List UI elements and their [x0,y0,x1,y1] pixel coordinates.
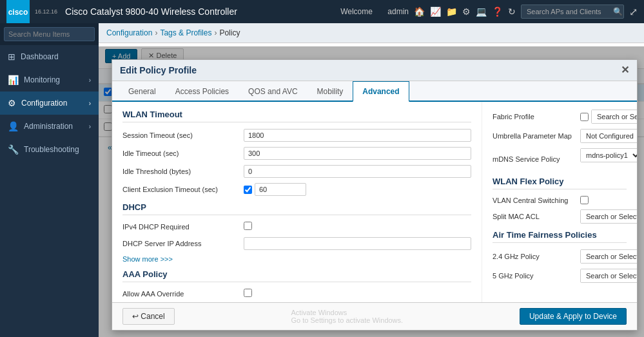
configuration-icon: ⚙ [8,98,16,108]
edit-policy-modal: Edit Policy Profile ✕ General Access Pol… [112,59,638,331]
tab-mobility[interactable]: Mobility [307,81,353,102]
fabric-profile-label: Fabric Profile [493,113,576,120]
aaa-policy-section-title: AAA Policy [122,269,471,282]
idle-threshold-input[interactable] [244,165,471,178]
dhcp-server-input-wrap[interactable] [244,237,471,250]
modal-left-panel: WLAN Timeout Session Timeout (sec) Idle … [112,102,482,302]
chevron-right-icon: › [89,77,91,84]
chevron-right-icon: › [89,100,91,107]
fabric-profile-select[interactable]: Search or Select [592,110,637,123]
mdns-clear-button[interactable]: Clear [580,162,637,170]
sidebar-search-input[interactable] [4,27,95,41]
breadcrumb-part-0[interactable]: Configuration [106,28,152,37]
dhcp-server-field: DHCP Server IP Address [122,237,471,250]
tab-qos-avc[interactable]: QOS and AVC [239,81,307,102]
modal-overlay: Edit Policy Profile ✕ General Access Pol… [99,46,644,337]
product-title: Cisco Catalyst 9800-40 Wireless Controll… [65,6,237,17]
sidebar-item-troubleshooting[interactable]: 🔧 Troubleshooting [0,138,99,161]
mdns-select[interactable]: mdns-policy1 [581,149,637,162]
sidebar-item-monitoring[interactable]: 📊 Monitoring › [0,68,99,91]
allow-aaa-field: Allow AAA Override [122,289,471,299]
global-search[interactable]: 🔍 [521,5,624,19]
modal-close-button[interactable]: ✕ [621,65,629,75]
tab-advanced[interactable]: Advanced [353,81,409,102]
monitoring-icon: 📊 [8,75,19,85]
dhcp-server-label: DHCP Server IP Address [122,240,239,247]
client-exclusion-checkbox[interactable] [244,186,252,194]
client-exclusion-wrap [244,183,471,196]
modal-header: Edit Policy Profile ✕ [112,60,637,81]
allow-aaa-wrap[interactable] [244,289,471,299]
help-icon[interactable]: ❓ [492,6,503,17]
ipv4-dhcp-label: IPv4 DHCP Required [122,223,239,231]
admin-name: admin [387,7,409,16]
vlan-central-checkbox[interactable] [580,196,589,204]
ghz24-row: 2.4 GHz Policy Search or Select ▼ [493,249,627,264]
ghz24-label: 2.4 GHz Policy [493,253,576,260]
ghz24-select-wrap[interactable]: Search or Select ▼ [580,249,637,264]
ghz5-select-wrap[interactable]: Search or Select ▼ [580,269,637,283]
settings-icon[interactable]: ⚙ [462,6,471,17]
split-mac-select-wrap[interactable]: Search or Select ▼ [580,209,637,224]
allow-aaa-label: Allow AAA Override [122,290,239,298]
home-icon[interactable]: 🏠 [414,6,425,17]
umbrella-select-wrap[interactable]: Not Configured ▼ [580,129,637,143]
sidebar-item-configuration[interactable]: ⚙ Configuration › [0,91,99,115]
sidebar-item-dashboard[interactable]: ⊞ Dashboard [0,45,99,68]
global-search-input[interactable] [527,8,610,15]
ghz24-select[interactable]: Search or Select [581,250,637,263]
mdns-label: mDNS Service Policy [493,155,576,163]
refresh-icon[interactable]: ↻ [508,6,516,17]
split-mac-select[interactable]: Search or Select [581,210,637,223]
idle-threshold-label: Idle Threshold (bytes) [122,168,239,175]
session-timeout-input[interactable] [244,129,471,142]
chart-icon[interactable]: 📈 [430,6,441,17]
client-exclusion-label: Client Exclusion Timeout (sec) [122,186,239,193]
idle-timeout-input-wrap[interactable] [244,147,471,160]
ipv4-dhcp-field: IPv4 DHCP Required [122,222,471,232]
wlan-flex-section-title: WLAN Flex Policy [493,177,627,189]
fabric-profile-checkbox[interactable] [580,113,589,121]
update-apply-button[interactable]: Update & Apply to Device [520,308,627,325]
umbrella-label: Umbrella Parameter Map [493,132,576,140]
breadcrumb-sep-1: › [214,28,217,37]
client-exclusion-field: Client Exclusion Timeout (sec) [122,183,471,196]
sidebar-search-wrap[interactable] [0,23,99,45]
mdns-wrap: mdns-policy1 ▼ Clear [580,148,637,170]
ghz5-label: 5 GHz Policy [493,272,576,280]
fabric-profile-select-wrap[interactable]: Search or Select ▼ [591,110,637,124]
session-timeout-field: Session Timeout (sec) [122,129,471,142]
sidebar-item-administration[interactable]: 👤 Administration › [0,115,99,138]
client-exclusion-input[interactable] [255,183,306,196]
tab-general[interactable]: General [119,81,166,102]
split-mac-label: Split MAC ACL [493,213,576,220]
ghz5-select[interactable]: Search or Select [581,269,637,282]
cisco-logo-icon: cisco [6,0,30,23]
idle-threshold-input-wrap[interactable] [244,165,471,178]
ipv4-dhcp-wrap[interactable] [244,222,471,232]
umbrella-row: Umbrella Parameter Map Not Configured ▼ [493,129,627,143]
breadcrumb: Configuration › Tags & Profiles › Policy [99,23,644,43]
expand-icon[interactable]: ⤢ [629,6,638,18]
folder-icon[interactable]: 📁 [446,6,457,17]
breadcrumb-part-1[interactable]: Tags & Profiles [160,28,211,37]
sidebar-item-label: Dashboard [21,52,59,61]
terminal-icon[interactable]: 💻 [476,6,487,17]
show-more-link[interactable]: Show more >>> [122,255,471,263]
ipv4-dhcp-checkbox[interactable] [244,222,252,230]
tab-access-policies[interactable]: Access Policies [166,81,239,102]
wlan-timeout-section-title: WLAN Timeout [122,110,471,122]
modal-tabs: General Access Policies QOS and AVC Mobi… [112,81,637,102]
dhcp-server-input[interactable] [244,237,471,250]
mdns-select-wrap[interactable]: mdns-policy1 ▼ [580,148,637,162]
welcome-text: Welcome [340,7,373,16]
idle-timeout-input[interactable] [244,147,471,160]
session-timeout-input-wrap[interactable] [244,129,471,142]
allow-aaa-checkbox[interactable] [244,289,252,297]
umbrella-select[interactable]: Not Configured [581,130,637,142]
vlan-central-row: VLAN Central Switching [493,196,627,204]
sidebar-item-label: Monitoring [24,75,60,84]
modal-title: Edit Policy Profile [120,65,197,75]
cancel-button[interactable]: ↩ Cancel [122,308,175,325]
watermark-text: Activate WindowsGo to Settings to activa… [291,309,403,324]
